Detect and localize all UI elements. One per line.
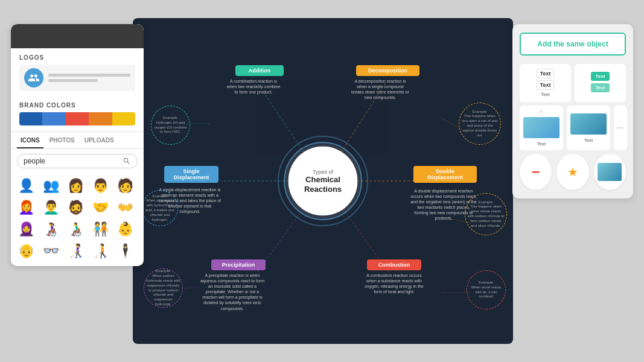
logos-label: LOGOS — [19, 54, 135, 61]
list-item[interactable]: 🧑‍🦯 — [91, 241, 111, 261]
logo-icon — [24, 68, 43, 87]
tab-icons[interactable]: ICONS — [17, 132, 43, 148]
icons-panel: ICONS PHOTOS UPLOADS 👤 👥 👩 👨 🧑 👩‍🦰 👨‍🦱 🧔… — [11, 132, 144, 266]
panel-label-text: Text — [541, 92, 550, 97]
tab-uploads[interactable]: UPLOADS — [81, 132, 118, 148]
single-example-circle: Example:When zinc reacts with hydrochlor… — [142, 190, 178, 226]
people-icon — [28, 72, 40, 84]
swatch-blue-dark[interactable] — [19, 112, 42, 125]
logo-lines — [48, 74, 130, 82]
decomposition-node[interactable]: Decomposition — [356, 65, 419, 76]
list-item[interactable]: 🧑 — [115, 176, 136, 196]
add-same-object-button[interactable]: Add the same object — [520, 33, 626, 56]
center-main-label: ChemicalReactions — [304, 174, 342, 193]
tab-photos[interactable]: PHOTOS — [46, 132, 78, 148]
color-swatches — [19, 112, 135, 125]
swatch-red[interactable] — [66, 112, 89, 125]
precipitation-desc: A precipitate reaction is when aqueous c… — [199, 273, 266, 311]
double-displacement-node[interactable]: DoubleDisplacement — [413, 166, 477, 183]
swatch-orange[interactable] — [89, 112, 112, 125]
addition-example-circle: Example:Hydrogen (H) and oxygen (O) comb… — [151, 106, 190, 145]
panel-circles-row: − ★ — [520, 154, 626, 190]
list-item[interactable]: 🧕 — [16, 219, 36, 240]
list-item[interactable]: 👩 — [65, 176, 86, 196]
list-item[interactable]: 🕴 — [115, 241, 136, 261]
icons-tabs: ICONS PHOTOS UPLOADS — [11, 132, 144, 149]
combustion-desc: A combustion reaction occurs when a subs… — [361, 273, 427, 294]
list-item[interactable]: 👩‍🦰 — [16, 197, 36, 218]
image-label-1: Text — [537, 141, 546, 147]
double-example-circle: Example:This happens when silver nitrate… — [465, 193, 507, 235]
mindmap-container: Types of ChemicalReactions Addition A co… — [133, 18, 513, 344]
text-demo-2: Text — [537, 80, 555, 90]
left-panel: LOGOS BRAND COLORS ICONS PHOTOS — [11, 24, 144, 266]
image-label-2: Text — [584, 138, 593, 143]
teal-btn-demo: Text — [591, 72, 610, 81]
panel-image-item-2[interactable]: Text — [567, 106, 610, 150]
brand-colors-section: BRAND COLORS — [11, 97, 144, 132]
image-placeholder-1 — [523, 117, 560, 138]
panel-image-item-1[interactable]: ☆ Text — [520, 106, 563, 150]
precipitation-example-text: Example:When sodium hydroxide reacts wit… — [144, 267, 182, 308]
addition-example-text: Example:Hydrogen (H) and oxygen (O) comb… — [151, 113, 190, 137]
logos-section: LOGOS — [11, 48, 144, 97]
list-item[interactable]: 👨 — [91, 176, 111, 196]
search-input[interactable] — [24, 157, 119, 165]
icons-grid: 👤 👥 👩 👨 🧑 👩‍🦰 👨‍🦱 🧔 🤝 👐 🧕 👩‍🦽 👨‍🦽 🧑‍🤝‍🧑 … — [11, 173, 144, 266]
addition-desc: A combination reaction is when two react… — [226, 78, 281, 95]
image-placeholder-2 — [570, 113, 607, 135]
panel-circle-image[interactable] — [594, 154, 626, 190]
list-item[interactable]: 🧑‍🤝‍🧑 — [91, 219, 111, 240]
decomposition-example-text: Example:This happens when you open a can… — [459, 107, 500, 141]
list-item[interactable]: 👥 — [40, 176, 61, 196]
minus-icon: − — [532, 164, 540, 180]
panel-teal-item[interactable]: Text Text — [575, 64, 626, 102]
dots-icon: ⋯ — [617, 124, 624, 132]
logo-placeholder — [19, 65, 135, 91]
search-bar — [17, 154, 138, 168]
right-panel: Add the same object Text Text Text Text … — [512, 24, 633, 198]
single-example-text: Example:When zinc reacts with hydrochlor… — [142, 192, 177, 224]
brand-colors-label: BRAND COLORS — [19, 102, 135, 109]
panel-circle-minus[interactable]: − — [520, 154, 552, 190]
combustion-node[interactable]: Combustion — [367, 259, 421, 270]
double-example-text: Example:This happens when silver nitrate… — [465, 198, 506, 230]
panel-text-item-1[interactable]: Text Text Text — [520, 64, 571, 102]
list-item[interactable]: 🧔 — [65, 197, 86, 218]
list-item[interactable]: 👓 — [40, 241, 61, 261]
list-item[interactable]: 👨‍🦱 — [40, 197, 61, 218]
single-displacement-node[interactable]: SingleDisplacement — [164, 166, 218, 183]
panel-dots-item[interactable]: ⋯ — [614, 106, 627, 150]
panel-header — [11, 24, 144, 48]
decomposition-desc: A decomposition reaction is when a singl… — [350, 78, 410, 100]
search-icon — [123, 157, 131, 165]
teal-btn-demo-2: Text — [591, 83, 610, 92]
precipitation-node[interactable]: Precipitation — [211, 259, 266, 270]
addition-node[interactable]: Addition — [235, 65, 284, 76]
precipitation-example-circle: Example:When sodium hydroxide reacts wit… — [144, 268, 183, 308]
center-types-label: Types of — [313, 168, 333, 174]
mindmap-content: Types of ChemicalReactions Addition A co… — [133, 18, 513, 344]
panel-circle-star[interactable]: ★ — [556, 154, 588, 190]
list-item[interactable]: 👩‍🦽 — [40, 219, 61, 240]
list-item[interactable]: 👨‍🦽 — [65, 219, 86, 240]
list-item[interactable]: 🤝 — [91, 197, 111, 218]
list-item[interactable]: 👩‍🦯 — [65, 241, 86, 261]
swatch-yellow[interactable] — [112, 112, 135, 125]
swatch-blue-light[interactable] — [42, 112, 65, 125]
list-item[interactable]: 👶 — [115, 219, 136, 240]
logo-line-2 — [48, 79, 98, 82]
list-item[interactable]: 👐 — [115, 197, 136, 218]
list-item[interactable]: 👤 — [16, 176, 36, 196]
logo-line-1 — [48, 74, 130, 77]
combustion-example-circle: Example:When wood reacts with air, it ca… — [467, 270, 506, 310]
center-circle: Types of ChemicalReactions — [289, 147, 358, 216]
combustion-example-text: Example:When wood reacts with air, it ca… — [467, 279, 505, 301]
decomposition-example-circle: Example:This happens when you open a can… — [459, 103, 501, 145]
star-icon: ★ — [567, 165, 578, 179]
panel-row-2: ☆ Text Text ⋯ — [520, 106, 626, 150]
circle-image-thumb — [598, 163, 622, 181]
panel-row-1: Text Text Text Text Text — [520, 64, 626, 102]
text-demo-1: Text — [537, 69, 555, 78]
list-item[interactable]: 👴 — [16, 241, 36, 261]
